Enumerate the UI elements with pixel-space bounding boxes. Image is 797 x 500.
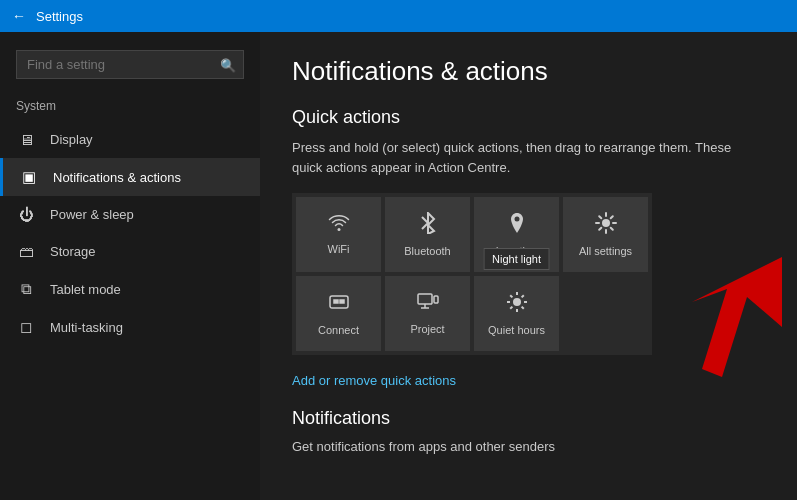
sidebar-section-label: System <box>0 95 260 121</box>
tile-connect[interactable]: Connect <box>296 276 381 351</box>
multitasking-icon: ◻ <box>16 318 36 336</box>
sidebar-item-tablet[interactable]: ⧉ Tablet mode <box>0 270 260 308</box>
storage-icon: 🗃 <box>16 243 36 260</box>
svg-line-16 <box>510 307 512 309</box>
add-remove-link[interactable]: Add or remove quick actions <box>292 373 456 388</box>
tile-location[interactable]: Location <box>474 197 559 272</box>
svg-line-14 <box>521 307 523 309</box>
power-icon: ⏻ <box>16 206 36 223</box>
sidebar-item-display[interactable]: 🖥 Display <box>0 121 260 158</box>
svg-point-0 <box>514 217 519 222</box>
wifi-icon <box>328 214 350 237</box>
tile-allsettings[interactable]: All settings <box>563 197 648 272</box>
svg-rect-5 <box>434 296 438 303</box>
svg-rect-2 <box>334 300 338 303</box>
tablet-icon: ⧉ <box>16 280 36 298</box>
title-bar: ← Settings <box>0 0 797 32</box>
svg-line-13 <box>510 295 512 297</box>
bluetooth-label: Bluetooth <box>404 245 450 257</box>
page-title: Notifications & actions <box>292 56 765 87</box>
allsettings-label: All settings <box>579 245 632 257</box>
nightlight-label: Quiet hours <box>488 324 545 336</box>
title-bar-title: Settings <box>36 9 83 24</box>
notifications-icon: ▣ <box>19 168 39 186</box>
sidebar-item-label: Display <box>50 132 93 147</box>
project-label: Project <box>410 323 444 335</box>
svg-rect-4 <box>418 294 432 304</box>
back-button[interactable]: ← <box>12 8 26 24</box>
location-label: Location <box>496 245 538 257</box>
location-icon <box>508 212 526 239</box>
tile-wifi[interactable]: WiFi <box>296 197 381 272</box>
svg-rect-3 <box>340 300 344 303</box>
svg-line-15 <box>521 295 523 297</box>
sidebar: 🔍 System 🖥 Display ▣ Notifications & act… <box>0 32 260 500</box>
connect-label: Connect <box>318 324 359 336</box>
tile-nightlight[interactable]: Night light <box>474 276 559 351</box>
notifications-description: Get notifications from apps and other se… <box>292 439 765 454</box>
svg-point-8 <box>513 298 521 306</box>
sidebar-item-notifications[interactable]: ▣ Notifications & actions <box>0 158 260 196</box>
sidebar-item-label: Tablet mode <box>50 282 121 297</box>
tile-empty <box>563 276 648 351</box>
sidebar-item-label: Storage <box>50 244 96 259</box>
notifications-title: Notifications <box>292 408 765 429</box>
quick-actions-title: Quick actions <box>292 107 765 128</box>
wifi-label: WiFi <box>328 243 350 255</box>
sidebar-item-label: Power & sleep <box>50 207 134 222</box>
search-input[interactable] <box>16 50 244 79</box>
tile-project[interactable]: Project <box>385 276 470 351</box>
svg-rect-1 <box>330 296 348 308</box>
quick-actions-description: Press and hold (or select) quick actions… <box>292 138 765 177</box>
content-area: Notifications & actions Quick actions Pr… <box>260 32 797 500</box>
sidebar-item-label: Multi-tasking <box>50 320 123 335</box>
search-box[interactable]: 🔍 <box>16 50 244 79</box>
sidebar-item-power[interactable]: ⏻ Power & sleep <box>0 196 260 233</box>
sidebar-item-storage[interactable]: 🗃 Storage <box>0 233 260 270</box>
nightlight-icon <box>506 291 528 318</box>
sidebar-item-multitasking[interactable]: ◻ Multi-tasking <box>0 308 260 346</box>
project-icon <box>417 292 439 317</box>
connect-icon <box>328 291 350 318</box>
bluetooth-icon <box>420 212 436 239</box>
content-wrapper: Notifications & actions Quick actions Pr… <box>260 32 797 500</box>
allsettings-icon <box>595 212 617 239</box>
tile-bluetooth[interactable]: Bluetooth <box>385 197 470 272</box>
display-icon: 🖥 <box>16 131 36 148</box>
search-icon: 🔍 <box>220 57 236 72</box>
quick-actions-grid: WiFi Bluetooth <box>292 193 652 355</box>
sidebar-item-label: Notifications & actions <box>53 170 181 185</box>
